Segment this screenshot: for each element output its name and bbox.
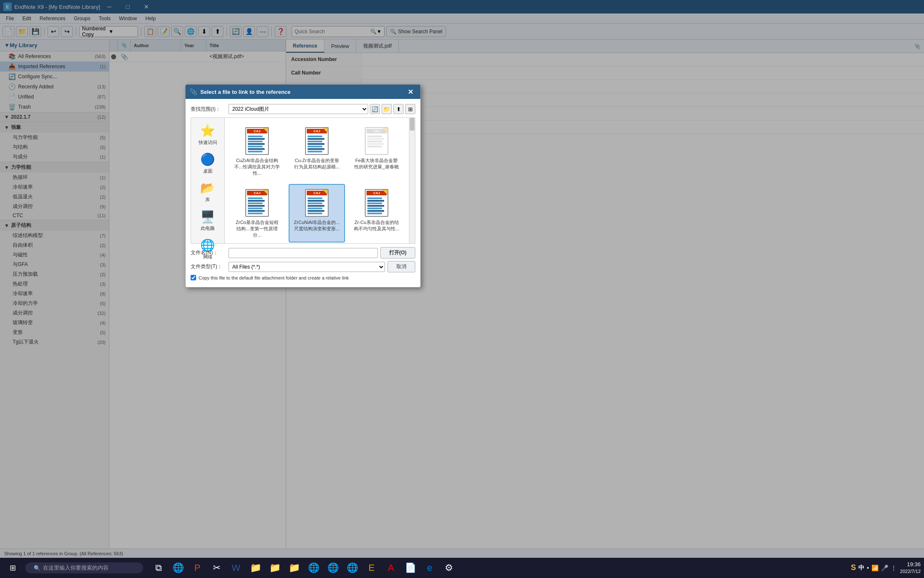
file-name-2: Fe基大块非晶合金塑性的研究进展_谢春晓 bbox=[353, 157, 400, 170]
checkbox-label: Copy this file to the default file attac… bbox=[199, 275, 349, 280]
file-name-5: Zr-Cu系非晶合金的结构不均匀性及其与性... bbox=[353, 219, 400, 232]
taskbar-endnote[interactable]: E bbox=[363, 559, 380, 577]
taskbar: ⊞ 🔍 在这里输入你要搜索的内容 ⧉ 🌐 P ✂ W 📁 📁 📁 🌐 🌐 🌐 E… bbox=[0, 558, 924, 578]
mic-icon[interactable]: 🎤 bbox=[881, 565, 888, 571]
wifi-icon[interactable]: 📶 bbox=[871, 565, 879, 571]
file-grid: CAJ CuZrAl非晶合金结构不...性调控及其对力学性... bbox=[225, 118, 409, 243]
library-icon: 📂 bbox=[200, 181, 215, 195]
dialog-title-text: Select a file to link to the reference bbox=[200, 89, 404, 95]
checkbox-row: Copy this file to the default file attac… bbox=[191, 275, 415, 280]
menu-icon[interactable]: ⋮ bbox=[891, 565, 897, 571]
file-icon-5: CAJ bbox=[364, 188, 389, 218]
list-item[interactable]: CAJ ZrCo基非晶合金短程结构...变第一性原理分... bbox=[229, 184, 285, 242]
file-name-3: ZrCo基非晶合金短程结构...变第一性原理分... bbox=[234, 219, 280, 238]
dialog-overlay: 📎 Select a file to link to the reference… bbox=[0, 0, 924, 558]
taskbar-edge[interactable]: 🌐 bbox=[169, 559, 187, 577]
taskbar-pdf[interactable]: 📄 bbox=[401, 559, 419, 577]
folder-label: 查找范围(I)： bbox=[191, 106, 228, 113]
taskbar-chrome3[interactable]: 🌐 bbox=[343, 559, 361, 577]
taskbar-word[interactable]: W bbox=[227, 559, 245, 577]
taskbar-icons: ⧉ 🌐 P ✂ W 📁 📁 📁 🌐 🌐 🌐 E A 📄 e ⚙ bbox=[150, 559, 458, 577]
dialog-close-button[interactable]: ✕ bbox=[404, 86, 416, 98]
file-select-dialog: 📎 Select a file to link to the reference… bbox=[185, 84, 421, 288]
folder-control: 2022 iCloud图片 🔄 📁 ⬆ ⊞ bbox=[228, 104, 415, 114]
file-icon-4: CAJ bbox=[304, 188, 329, 218]
taskbar-adobe[interactable]: A bbox=[382, 559, 400, 577]
taskbar-right: S 中 • 📶 🎤 ⋮ 19:36 2022/7/12 bbox=[851, 561, 921, 575]
file-name-1: Cu-Zr非晶合金的变形行为及其结构起源模... bbox=[294, 157, 340, 170]
list-item[interactable]: CAJ Cu-Zr非晶合金的变形行为及其结构起源模... bbox=[289, 122, 345, 181]
dialog-body: 查找范围(I)： 2022 iCloud图片 🔄 📁 ⬆ ⊞ bbox=[186, 99, 420, 287]
taskbar-folder2[interactable]: 📁 bbox=[266, 559, 284, 577]
taskbar-code[interactable]: ⚙ bbox=[440, 559, 458, 577]
file-name-4: ZrCuNiAl非晶合金的...尺度结构演变和变形... bbox=[294, 219, 340, 232]
nav-library[interactable]: 📂 库 bbox=[193, 178, 223, 205]
filetype-select[interactable]: All Files (*.*) bbox=[228, 262, 385, 272]
time-display: 19:36 bbox=[900, 561, 921, 568]
filetype-label: 文件类型(T)： bbox=[191, 263, 228, 270]
taskbar-chrome2[interactable]: 🌐 bbox=[324, 559, 342, 577]
file-icon-3: CAJ bbox=[244, 188, 270, 218]
new-folder-button[interactable]: 📁 bbox=[382, 104, 392, 114]
file-name-0: CuZrAl非晶合金结构不...性调控及其对力学性... bbox=[234, 157, 280, 176]
nav-this-pc[interactable]: 🖥️ 此电脑 bbox=[193, 207, 223, 234]
dialog-title-bar: 📎 Select a file to link to the reference… bbox=[186, 85, 420, 99]
taskbar-folder[interactable]: 📁 bbox=[247, 559, 264, 577]
cancel-button[interactable]: 取消 bbox=[388, 261, 415, 272]
taskbar-task-view[interactable]: ⧉ bbox=[150, 559, 167, 577]
filename-row: 文件名(N)： 打开(O) bbox=[191, 247, 415, 258]
nav-quick-access[interactable]: ⭐ 快速访问 bbox=[193, 121, 223, 148]
open-button[interactable]: 打开(O) bbox=[380, 247, 415, 258]
file-nav-sidebar: ⭐ 快速访问 🔵 桌面 📂 库 🖥️ 此电 bbox=[191, 118, 225, 243]
quick-access-icon: ⭐ bbox=[200, 124, 215, 138]
refresh-button[interactable]: 🔄 bbox=[370, 104, 380, 114]
taskbar-search-icon: 🔍 bbox=[34, 565, 40, 571]
list-item[interactable]: CAJ Zr-Cu系非晶合金的结构不均匀性及其与性... bbox=[348, 184, 405, 242]
copy-checkbox[interactable] bbox=[191, 275, 196, 280]
dialog-icon: 📎 bbox=[190, 88, 197, 95]
list-item[interactable]: CAJ ZrCuNiAl非晶合金的...尺度结构演变和变形... bbox=[289, 184, 345, 242]
filename-input[interactable] bbox=[228, 248, 378, 258]
nav-desktop[interactable]: 🔵 桌面 bbox=[193, 150, 223, 177]
desktop-icon: 🔵 bbox=[200, 152, 215, 166]
taskbar-scissors[interactable]: ✂ bbox=[208, 559, 226, 577]
filename-label: 文件名(N)： bbox=[191, 249, 228, 256]
list-item[interactable]: CAJ CuZrAl非晶合金结构不...性调控及其对力学性... bbox=[229, 122, 285, 181]
folder-up-button[interactable]: ⬆ bbox=[393, 104, 404, 114]
clock[interactable]: 19:36 2022/7/12 bbox=[900, 561, 921, 575]
input-method-icon[interactable]: 中 bbox=[858, 564, 864, 572]
taskbar-folder3[interactable]: 📁 bbox=[285, 559, 303, 577]
file-scrollbar[interactable] bbox=[409, 118, 415, 243]
filetype-row: 文件类型(T)： All Files (*.*) 取消 bbox=[191, 261, 415, 272]
s-icon: S bbox=[851, 563, 856, 572]
dialog-form: 文件名(N)： 打开(O) 文件类型(T)： All Files (*.*) 取… bbox=[191, 245, 415, 282]
folder-dropdown[interactable]: 2022 iCloud图片 bbox=[228, 104, 368, 114]
taskbar-search[interactable]: 🔍 在这里输入你要搜索的内容 bbox=[25, 562, 143, 573]
list-item[interactable]: CAJ Fe基大块非晶合金塑性的研究进展_谢春晓 bbox=[348, 122, 405, 181]
file-icon-0: CAJ bbox=[244, 126, 270, 156]
view-toggle-button[interactable]: ⊞ bbox=[405, 104, 415, 114]
system-tray-icons: S 中 • 📶 🎤 ⋮ bbox=[851, 563, 897, 572]
pc-icon: 🖥️ bbox=[200, 210, 215, 224]
taskbar-powerpoint[interactable]: P bbox=[189, 559, 206, 577]
file-browser: ⭐ 快速访问 🔵 桌面 📂 库 🖥️ 此电 bbox=[191, 117, 415, 244]
start-button[interactable]: ⊞ bbox=[3, 559, 22, 577]
folder-row: 查找范围(I)： 2022 iCloud图片 🔄 📁 ⬆ ⊞ bbox=[191, 104, 415, 114]
taskbar-edge2[interactable]: e bbox=[421, 559, 438, 577]
date-display: 2022/7/12 bbox=[900, 568, 921, 575]
file-icon-1: CAJ bbox=[304, 126, 329, 156]
weather-icon: • bbox=[867, 565, 869, 571]
taskbar-chrome[interactable]: 🌐 bbox=[305, 559, 322, 577]
main-window: E EndNote X9 - [My EndNote Library] ─ □ … bbox=[0, 0, 924, 558]
file-icon-2: CAJ bbox=[364, 126, 389, 156]
